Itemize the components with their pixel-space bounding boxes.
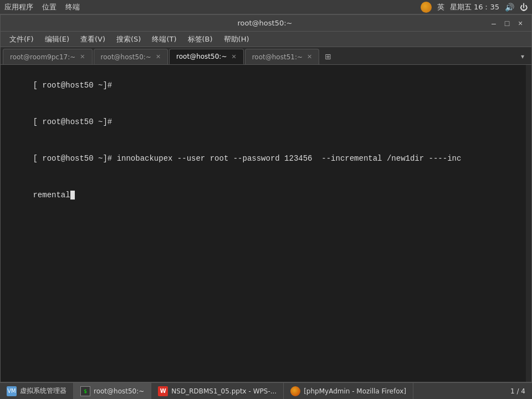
command-text-4: remental [33, 191, 70, 200]
datetime-label: 星期五 16：35 [450, 2, 499, 12]
tab-2-label: root@host50:~ [176, 53, 227, 60]
window-controls: – □ × [489, 19, 525, 28]
terminal-menu[interactable]: 终端 [65, 2, 80, 12]
prompt-2: [ root@host50 ~]# [33, 117, 112, 126]
terminal-line-3: [ root@host50 ~]# innobackupex --user ro… [5, 140, 527, 177]
tab-1[interactable]: root@host50:~ ✕ [94, 49, 168, 64]
terminal-cursor [70, 191, 75, 200]
taskbar-firefox-label: [phpMyAdmin - Mozilla Firefox] [304, 387, 406, 395]
firefox-icon [290, 386, 300, 396]
terminal-window: root@host50:~ – □ × 文件(F) 编辑(E) 查看(V) 搜索… [0, 14, 532, 382]
apps-menu[interactable]: 应用程序 [4, 2, 33, 12]
tab-bar: root@room9pc17:~ ✕ root@host50:~ ✕ root@… [1, 47, 531, 65]
lang-label: 英 [437, 2, 444, 12]
tab-1-label: root@host50:~ [101, 53, 151, 61]
location-menu[interactable]: 位置 [42, 2, 57, 12]
tab-add-button[interactable]: ⊞ [320, 49, 336, 64]
menu-edit[interactable]: 编辑(E) [40, 33, 74, 45]
menu-search[interactable]: 搜索(S) [112, 33, 145, 45]
vm-icon: VM [7, 386, 17, 396]
title-bar: root@host50:~ – □ × [1, 15, 531, 32]
menu-bar: 文件(F) 编辑(E) 查看(V) 搜索(S) 终端(T) 标签(B) 帮助(H… [1, 32, 531, 47]
wps-icon: W [158, 386, 168, 396]
menu-help[interactable]: 帮助(H) [219, 33, 254, 45]
taskbar: VM 虚拟系统管理器 $ root@host50:~ W NSD_RDBMS1_… [0, 382, 532, 399]
terminal-line-4: remental [5, 177, 527, 213]
menu-terminal[interactable]: 终端(T) [147, 33, 181, 45]
menu-file[interactable]: 文件(F) [5, 33, 38, 45]
terminal-taskbar-icon: $ [80, 386, 90, 396]
terminal-line-1: [ root@host50 ~]# [5, 67, 527, 104]
system-bar: 应用程序 位置 终端 英 星期五 16：35 🔊 ⏻ [0, 0, 532, 14]
taskbar-vm[interactable]: VM 虚拟系统管理器 [0, 383, 74, 400]
terminal-content[interactable]: [ root@host50 ~]# [ root@host50 ~]# [ ro… [1, 65, 531, 382]
maximize-button[interactable]: □ [503, 19, 511, 28]
taskbar-page: 1 / 4 [504, 387, 532, 395]
taskbar-firefox[interactable]: [phpMyAdmin - Mozilla Firefox] [284, 383, 413, 400]
command-text-3: [ root@host50 ~]# innobackupex --user ro… [33, 154, 461, 163]
taskbar-terminal-label: root@host50:~ [94, 387, 144, 395]
menu-view[interactable]: 查看(V) [76, 33, 110, 45]
globe-icon [421, 2, 432, 13]
page-indicator: 1 / 4 [510, 387, 525, 395]
terminal-line-2: [ root@host50 ~]# [5, 104, 527, 140]
taskbar-wps-label: NSD_RDBMS1_05.pptx - WPS-... [171, 387, 277, 395]
system-bar-left: 应用程序 位置 终端 [4, 2, 80, 12]
system-bar-right: 英 星期五 16：35 🔊 ⏻ [421, 2, 528, 13]
minimize-button[interactable]: – [489, 19, 498, 28]
taskbar-terminal[interactable]: $ root@host50:~ [74, 383, 151, 400]
tab-3-close[interactable]: ✕ [307, 53, 312, 60]
tab-1-close[interactable]: ✕ [156, 53, 161, 60]
prompt-1: [ root@host50 ~]# [33, 81, 112, 90]
taskbar-vm-label: 虚拟系统管理器 [20, 386, 66, 396]
menu-tags[interactable]: 标签(B) [183, 33, 217, 45]
window-title: root@host50:~ [40, 19, 489, 27]
taskbar-wps[interactable]: W NSD_RDBMS1_05.pptx - WPS-... [151, 383, 284, 400]
tab-2[interactable]: root@host50:~ ✕ [169, 49, 244, 64]
tab-0[interactable]: root@room9pc17:~ ✕ [3, 49, 93, 64]
tab-3-label: root@host51:~ [252, 53, 303, 61]
tab-0-label: root@room9pc17:~ [10, 53, 75, 61]
volume-icon[interactable]: 🔊 [505, 3, 514, 12]
scrollbar-track[interactable] [526, 65, 531, 382]
tab-2-close[interactable]: ✕ [231, 53, 236, 60]
tab-0-close[interactable]: ✕ [80, 53, 85, 60]
close-button[interactable]: × [516, 19, 525, 28]
tab-3[interactable]: root@host51:~ ✕ [245, 49, 320, 64]
power-icon[interactable]: ⏻ [520, 3, 528, 12]
tab-dropdown[interactable]: ▾ [516, 49, 529, 64]
